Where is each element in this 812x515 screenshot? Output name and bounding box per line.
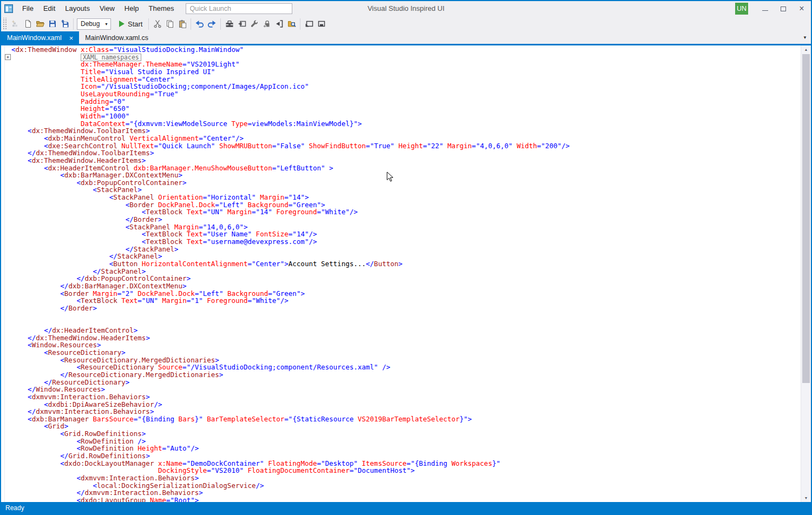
copy-button[interactable] xyxy=(163,18,176,30)
code-line[interactable]: <RowDefinition /> xyxy=(1,438,801,445)
new-file-button[interactable] xyxy=(21,18,34,30)
code-line[interactable]: <Window.Resources> xyxy=(1,341,801,349)
tab-close-icon[interactable]: × xyxy=(69,35,74,42)
scroll-down-icon[interactable]: ▼ xyxy=(801,494,811,502)
code-line[interactable]: <dxmvvm:Interaction.Behaviors> xyxy=(1,474,801,482)
minimize-button[interactable] xyxy=(756,1,774,16)
code-line[interactable]: <ResourceDictionary Source="/VisualStudi… xyxy=(1,364,801,371)
user-badge[interactable]: UN xyxy=(735,3,748,15)
code-line[interactable]: </Grid.RowDefinitions> xyxy=(1,452,801,460)
code-line[interactable]: <dxmvvm:Interaction.Behaviors> xyxy=(1,393,801,401)
code-line[interactable]: <local:DockingSerializationDialogService… xyxy=(1,482,801,490)
code-line[interactable]: <StackPanel Orientation="Horizontal" Mar… xyxy=(1,194,801,201)
menu-layouts[interactable]: Layouts xyxy=(60,1,95,16)
code-line[interactable]: <dxdo:LayoutGroup Name="Root"> xyxy=(1,497,801,502)
undo-button[interactable] xyxy=(193,18,206,30)
save-button[interactable] xyxy=(46,18,58,30)
code-line[interactable]: <Border Margin="2" DockPanel.Dock="Left"… xyxy=(1,290,801,298)
code-line[interactable]: </ResourceDictionary> xyxy=(1,379,801,386)
code-line[interactable]: </dx:HeaderItemControl> xyxy=(1,327,801,334)
code-line[interactable]: <Button HorizontalContentAlignment="Cent… xyxy=(1,260,801,268)
code-line[interactable]: </dxb:BarManager.DXContextMenu> xyxy=(1,282,801,290)
code-line[interactable]: <ResourceDictionary.MergedDictionaries> xyxy=(1,356,801,364)
maximize-button[interactable] xyxy=(774,1,793,16)
code-line[interactable]: <TextBlock Text="UN" Margin="1" Foregrou… xyxy=(1,297,801,305)
code-line[interactable]: Title="Visual Studio Inspired UI" xyxy=(1,68,801,76)
code-line[interactable]: </dx:ThemedWindow.HeaderItems> xyxy=(1,334,801,342)
code-line[interactable]: <Border DockPanel.Dock="Left" Background… xyxy=(1,201,801,209)
code-line[interactable]: <dxb:BarManager.DXContextMenu> xyxy=(1,171,801,179)
code-line[interactable]: <dx:ThemedWindow x:Class="VisualStudioDo… xyxy=(1,46,801,54)
scroll-up-icon[interactable]: ▲ xyxy=(801,45,811,54)
code-line[interactable] xyxy=(1,319,801,327)
code-line[interactable]: <dx:HeaderItemControl dxb:BarManager.Men… xyxy=(1,164,801,172)
code-line[interactable]: </dxmvvm:Interaction.Behaviors> xyxy=(1,408,801,415)
scrollbar-thumb[interactable] xyxy=(802,54,810,383)
redo-button[interactable] xyxy=(206,18,218,30)
code-line[interactable]: </Window.Resources> xyxy=(1,386,801,393)
code-line[interactable]: <Grid.RowDefinitions> xyxy=(1,430,801,438)
wrench-button[interactable] xyxy=(248,18,260,30)
code-line[interactable]: <TextBlock Text="username@devexpress.com… xyxy=(1,238,801,246)
xaml-editor[interactable]: <dx:ThemedWindow x:Class="VisualStudioDo… xyxy=(1,45,811,502)
code-line[interactable]: DockingStyle="VS2010" FloatingDocumentCo… xyxy=(1,467,801,474)
code-line[interactable]: </Border> xyxy=(1,305,801,312)
open-folder-button[interactable] xyxy=(34,18,46,30)
close-button[interactable]: × xyxy=(793,1,811,16)
toolbar-grip-handle[interactable] xyxy=(2,18,6,30)
code-line[interactable]: dx:ThemeManager.ThemeName="VS2019Light" xyxy=(1,61,801,68)
menu-file[interactable]: File xyxy=(17,1,38,16)
code-line[interactable]: Padding="0" xyxy=(1,98,801,105)
code-line[interactable]: DataContext="{dxmvvm:ViewModelSource Typ… xyxy=(1,120,801,128)
code-line[interactable]: Height="650" xyxy=(1,105,801,113)
quick-launch-input[interactable] xyxy=(186,5,292,12)
code-line[interactable] xyxy=(1,312,801,320)
code-line[interactable]: <dxdbi:DpiAwareSizeBehavior/> xyxy=(1,401,801,408)
code-line[interactable]: <TextBlock Text="User Name" FontSize="14… xyxy=(1,230,801,238)
cut-button[interactable] xyxy=(151,18,163,30)
tab-overflow-dropdown[interactable]: ▼ xyxy=(803,31,807,44)
code-line[interactable]: <dx:ThemedWindow.ToolbarItems> xyxy=(1,127,801,135)
code-line[interactable]: <dxb:PopupControlContainer> xyxy=(1,179,801,187)
menu-help[interactable]: Help xyxy=(120,1,144,16)
code-line[interactable]: <dxb:MainMenuControl VerticalAlignment="… xyxy=(1,135,801,142)
code-line[interactable]: <ResourceDictionary> xyxy=(1,349,801,356)
code-line[interactable]: <dxe:SearchControl NullText="Quick Launc… xyxy=(1,142,801,150)
code-line[interactable]: <StackPanel> xyxy=(1,186,801,194)
paste-button[interactable] xyxy=(176,18,188,30)
code-line[interactable]: <dxdo:DockLayoutManager x:Name="DemoDock… xyxy=(1,460,801,467)
code-line[interactable]: <RowDefinition Height="Auto"/> xyxy=(1,445,801,452)
code-line[interactable]: </StackPanel> xyxy=(1,246,801,253)
code-line[interactable]: UseLayoutRounding="True" xyxy=(1,90,801,98)
code-line[interactable]: <StackPanel Margin="14,0,6,0"> xyxy=(1,223,801,231)
app-icon[interactable] xyxy=(4,4,13,13)
add-control-button[interactable] xyxy=(235,18,248,30)
code-line[interactable]: + XAML namespaces xyxy=(1,54,801,61)
float-window-button[interactable] xyxy=(303,18,315,30)
dock-window-button[interactable] xyxy=(315,18,328,30)
save-all-button[interactable] xyxy=(58,18,71,30)
code-line[interactable]: TitleAlignment="Center" xyxy=(1,76,801,83)
code-line[interactable]: <dxb:BarManager BarsSource="{Binding Bar… xyxy=(1,415,801,423)
menu-edit[interactable]: Edit xyxy=(38,1,60,16)
code-line[interactable]: </dxb:PopupControlContainer> xyxy=(1,275,801,282)
code-line[interactable]: <dx:ThemedWindow.HeaderItems> xyxy=(1,157,801,164)
debug-configuration-select[interactable]: Debug ▼ xyxy=(77,18,111,30)
code-line[interactable]: </Border> xyxy=(1,216,801,223)
tab-mainwindow.xaml[interactable]: MainWindow.xaml× xyxy=(1,31,79,45)
code-line[interactable]: </dx:ThemedWindow.ToolbarItems> xyxy=(1,149,801,157)
start-debug-button[interactable]: Start xyxy=(115,18,146,30)
code-line[interactable]: </StackPanel> xyxy=(1,268,801,275)
code-line[interactable]: <Grid> xyxy=(1,422,801,430)
exit-design-button[interactable] xyxy=(273,18,285,30)
tab-mainwindow.xaml.cs[interactable]: MainWindow.xaml.cs xyxy=(79,31,154,45)
menu-view[interactable]: View xyxy=(95,1,120,16)
menu-themes[interactable]: Themes xyxy=(144,1,179,16)
code-line[interactable]: </ResourceDictionary.MergedDictionaries> xyxy=(1,371,801,379)
fold-expand-icon[interactable]: + xyxy=(5,54,11,60)
permissions-button[interactable] xyxy=(260,18,273,30)
code-line[interactable]: <TextBlock Text="UN" Margin="14" Foregro… xyxy=(1,208,801,216)
vertical-scrollbar[interactable]: ▲ ▼ xyxy=(801,45,811,502)
code-line[interactable]: </StackPanel> xyxy=(1,253,801,260)
code-line[interactable]: Width="1000" xyxy=(1,113,801,120)
